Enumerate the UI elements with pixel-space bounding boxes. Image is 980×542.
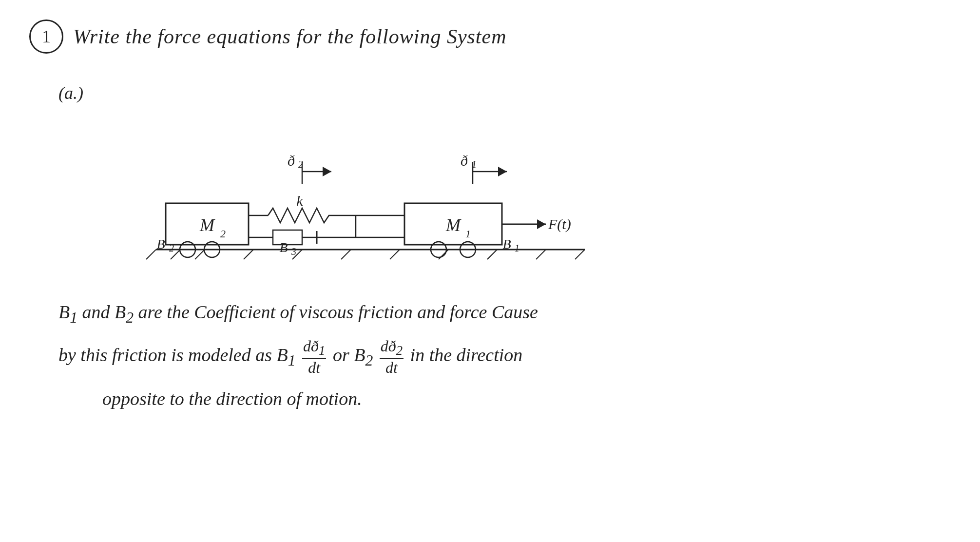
title-line: 1 Write the force equations for the foll… — [29, 19, 951, 54]
description-line1: B1 and B2 are the Coefficient of viscous… — [58, 298, 951, 329]
svg-text:B: B — [279, 240, 288, 255]
title-text: Write the force equations for the follow… — [73, 25, 507, 48]
svg-text:1: 1 — [472, 159, 477, 170]
description-line2: by this friction is modeled as B1 dð1 dt… — [58, 338, 951, 376]
svg-line-10 — [536, 250, 546, 259]
svg-text:2: 2 — [169, 243, 174, 253]
svg-marker-40 — [537, 219, 546, 229]
svg-text:B: B — [156, 236, 165, 252]
svg-line-3 — [195, 250, 205, 259]
svg-marker-44 — [323, 167, 331, 176]
svg-text:ð: ð — [288, 153, 295, 169]
part-a-label: (a.) — [58, 83, 83, 103]
svg-line-1 — [146, 250, 156, 259]
svg-line-8 — [439, 250, 448, 259]
mechanical-diagram: M 2 M 1 k — [107, 113, 643, 269]
svg-text:ð: ð — [461, 153, 468, 169]
diagram-section: (a.) — [58, 83, 951, 269]
svg-text:1: 1 — [465, 228, 471, 240]
svg-line-4 — [244, 250, 253, 259]
svg-text:2: 2 — [298, 159, 303, 170]
svg-line-6 — [341, 250, 351, 259]
svg-text:M: M — [199, 215, 215, 235]
svg-line-11 — [575, 250, 585, 259]
svg-text:B: B — [502, 236, 511, 252]
svg-text:1: 1 — [515, 243, 519, 253]
svg-text:F(t): F(t) — [548, 216, 571, 232]
svg-text:3: 3 — [291, 246, 296, 257]
description-line3: opposite to the direction of motion. — [102, 385, 951, 413]
description-section: B1 and B2 are the Coefficient of viscous… — [58, 298, 951, 413]
svg-text:M: M — [445, 215, 461, 235]
svg-text:2: 2 — [220, 228, 226, 240]
page: 1 Write the force equations for the foll… — [0, 0, 980, 542]
svg-text:k: k — [296, 193, 303, 209]
svg-line-9 — [487, 250, 497, 259]
svg-marker-49 — [498, 167, 507, 176]
diagram-container: M 2 M 1 k — [107, 113, 643, 269]
svg-line-7 — [390, 250, 400, 259]
problem-number: 1 — [29, 19, 63, 54]
